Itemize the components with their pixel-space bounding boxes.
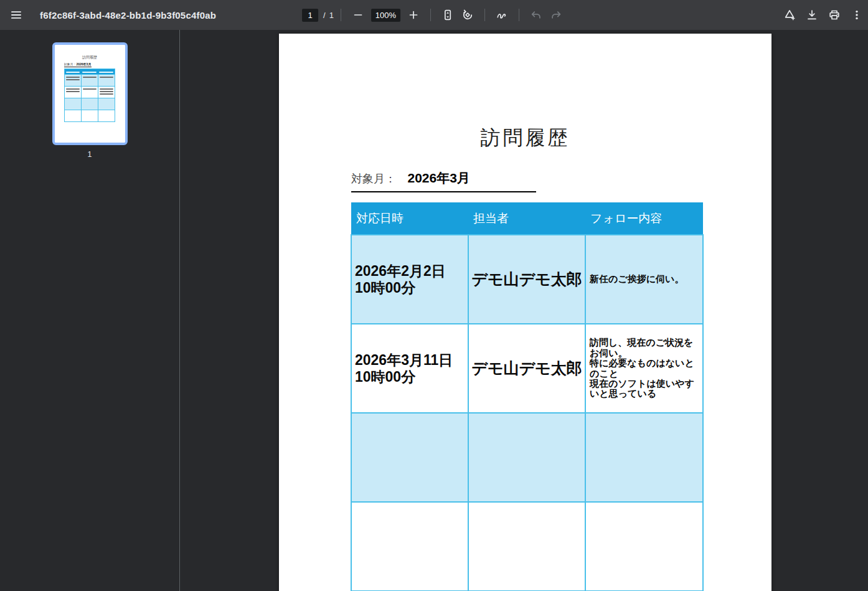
print-button[interactable] [824, 5, 844, 25]
thumbnail-table-row [65, 74, 115, 86]
page-count-label: 1 [329, 11, 334, 20]
toolbar-left-group: f6f2c86f-3abd-48e2-bb1d-9b3f05c4f0ab [0, 5, 216, 25]
hamburger-icon [10, 9, 22, 21]
thumbnail-table-row [65, 110, 115, 121]
cell-follow [585, 502, 703, 591]
cell-follow: 新任のご挨拶に伺い。 [585, 235, 703, 324]
document-title: 訪問履歴 [279, 125, 771, 152]
cell-staff [468, 413, 585, 502]
toolbar-divider [519, 9, 519, 21]
table-row [351, 502, 703, 591]
page-thumbnail[interactable]: 訪問履歴 対象月：2026年3月 [52, 42, 128, 145]
cell-datetime [351, 502, 468, 591]
pdf-viewer-app: f6f2c86f-3abd-48e2-bb1d-9b3f05c4f0ab / 1… [0, 0, 868, 591]
download-icon [806, 9, 818, 21]
cell-staff [468, 502, 585, 591]
fit-page-button[interactable] [438, 5, 458, 25]
subject-month-line: 対象月： 2026年3月 [351, 169, 536, 192]
document-filename: f6f2c86f-3abd-48e2-bb1d-9b3f05c4f0ab [40, 10, 216, 21]
zoom-level[interactable]: 100% [371, 9, 400, 22]
thumbnail-table-row [65, 98, 115, 110]
table-row: 2026年2月2日 10時00分 デモ山デモ太郎 新任のご挨拶に伺い。 [351, 235, 703, 324]
cell-datetime: 2026年3月11日 10時00分 [351, 324, 468, 413]
undo-button[interactable] [526, 5, 546, 25]
page-thumbnail-preview: 訪問履歴 対象月：2026年3月 [55, 45, 125, 143]
cell-datetime: 2026年2月2日 10時00分 [351, 235, 468, 324]
thumbnail-page-number: 1 [0, 150, 179, 159]
table-row: 2026年3月11日 10時00分 デモ山デモ太郎 訪問し、現在のご状況を お伺… [351, 324, 703, 413]
cell-follow [585, 413, 703, 502]
table-header-row: 対応日時 担当者 フォロー内容 [351, 202, 703, 235]
page-separator: / [323, 11, 326, 20]
thumbnail-table [64, 69, 115, 122]
thumbnail-table-header [65, 69, 115, 74]
plus-icon [407, 9, 420, 21]
subject-value: 2026年3月 [407, 171, 469, 185]
header-follow: フォロー内容 [585, 202, 703, 235]
toolbar-divider [430, 9, 431, 21]
rotate-button[interactable] [458, 5, 478, 25]
cell-staff: デモ山デモ太郎 [468, 324, 585, 413]
visit-history-table: 対応日時 担当者 フォロー内容 2026年2月2日 10時00分 デモ山デモ太郎… [351, 202, 704, 591]
cell-datetime [351, 413, 468, 502]
minus-icon [352, 9, 364, 21]
header-datetime: 対応日時 [351, 202, 468, 235]
pdf-toolbar: f6f2c86f-3abd-48e2-bb1d-9b3f05c4f0ab / 1… [0, 0, 868, 30]
kebab-menu-icon [851, 9, 863, 21]
toolbar-divider [341, 9, 341, 21]
viewer-content: 訪問履歴 対象月：2026年3月 [0, 30, 868, 591]
rotate-ccw-icon [461, 9, 474, 21]
toolbar-right-group [780, 0, 867, 30]
undo-icon [530, 9, 542, 21]
save-to-drive-icon [783, 8, 796, 22]
toolbar-center-group: / 1 100% [302, 0, 566, 30]
zoom-in-button[interactable] [403, 5, 423, 25]
page-number-input[interactable] [302, 9, 318, 22]
header-staff: 担当者 [468, 202, 585, 235]
annotate-squiggle-icon [496, 9, 508, 21]
print-icon [828, 9, 841, 21]
thumbnail-sidebar: 訪問履歴 対象月：2026年3月 [0, 30, 180, 591]
thumbnail-doc-title: 訪問履歴 [55, 55, 125, 60]
zoom-out-button[interactable] [348, 5, 368, 25]
pdf-viewport[interactable]: 訪問履歴 対象月： 2026年3月 対応日時 担当者 フォロー内容 [180, 30, 868, 591]
thumbnail-table-row [65, 86, 115, 98]
pdf-page: 訪問履歴 対象月： 2026年3月 対応日時 担当者 フォロー内容 [279, 34, 771, 591]
annotate-button[interactable] [492, 5, 512, 25]
redo-button[interactable] [546, 5, 566, 25]
table-row [351, 413, 703, 502]
toolbar-divider [484, 9, 485, 21]
download-button[interactable] [802, 5, 822, 25]
fit-page-icon [441, 9, 454, 21]
menu-button[interactable] [6, 5, 26, 25]
save-to-drive-button[interactable] [780, 5, 800, 25]
redo-icon [550, 9, 562, 21]
cell-follow: 訪問し、現在のご状況を お伺い。 特に必要なものはないと のこと 現在のソフトは… [585, 324, 703, 413]
more-options-button[interactable] [847, 5, 867, 25]
subject-label: 対象月： [351, 173, 396, 185]
thumbnail-subject-line: 対象月：2026年3月 [64, 62, 92, 67]
cell-staff: デモ山デモ太郎 [468, 235, 585, 324]
